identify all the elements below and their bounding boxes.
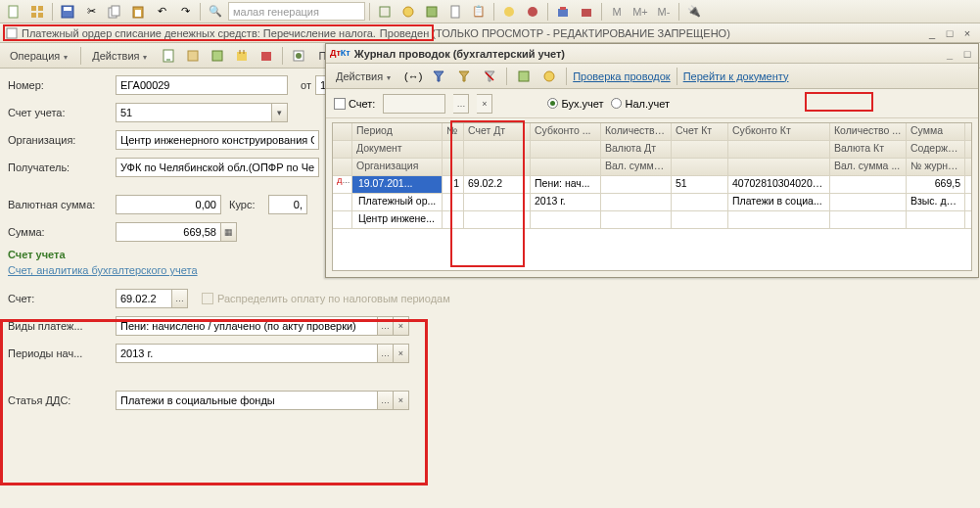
mb-ic5[interactable] bbox=[256, 46, 277, 66]
nal-radio[interactable]: Нал.учет bbox=[611, 98, 670, 110]
account-filter-ellipsis-icon[interactable]: … bbox=[453, 94, 469, 114]
grid-header-row-1: Период № Счет Дт Субконто ... Количество… bbox=[333, 123, 971, 141]
svg-point-29 bbox=[544, 71, 554, 81]
paytypes-ellipsis-icon[interactable]: … bbox=[378, 316, 394, 336]
buh-radio[interactable]: Бух.учет bbox=[547, 98, 603, 110]
tb-search-input[interactable] bbox=[228, 2, 365, 21]
svg-point-16 bbox=[528, 7, 537, 17]
tb-4-icon[interactable] bbox=[26, 2, 48, 22]
svg-rect-20 bbox=[7, 28, 17, 38]
acct-ellipsis-icon[interactable]: … bbox=[172, 289, 188, 308]
sum-calc-icon[interactable]: ▦ bbox=[221, 222, 237, 242]
tb-ic3[interactable] bbox=[421, 2, 443, 22]
svg-rect-25 bbox=[261, 52, 271, 61]
tb-save-icon[interactable] bbox=[57, 2, 78, 22]
minimize-icon[interactable]: _ bbox=[925, 27, 939, 39]
journal-actions[interactable]: Действия bbox=[330, 69, 398, 84]
grid-data-row-3[interactable]: Центр инжене... bbox=[333, 211, 971, 229]
menu-operation[interactable]: Операция bbox=[4, 48, 75, 64]
mb-ic4[interactable] bbox=[231, 46, 253, 66]
checkbox-icon bbox=[202, 293, 213, 304]
tb-cut-icon[interactable]: ✂ bbox=[80, 2, 102, 22]
rate-input[interactable] bbox=[268, 195, 307, 214]
tb-ic5[interactable]: 📋 bbox=[468, 2, 490, 22]
number-input[interactable] bbox=[116, 75, 288, 95]
dds-clear-icon[interactable]: × bbox=[394, 391, 409, 410]
journal-filter-bar: Счет: … × Бух.учет Нал.учет bbox=[326, 89, 978, 118]
maximize-icon[interactable]: □ bbox=[943, 27, 957, 39]
svg-rect-2 bbox=[38, 6, 43, 11]
periods-clear-icon[interactable]: × bbox=[394, 344, 409, 363]
svg-rect-11 bbox=[380, 7, 390, 17]
grid-data-row-1[interactable]: ДтКт 19.07.201... 1 69.02.2 Пени: нач...… bbox=[333, 176, 971, 194]
mb-ic3[interactable] bbox=[207, 46, 228, 66]
svg-rect-3 bbox=[31, 13, 36, 18]
account-label: Счет учета: bbox=[8, 107, 116, 118]
tb-ic6[interactable] bbox=[498, 2, 520, 22]
tb-ic7[interactable] bbox=[522, 2, 543, 22]
journal-check-link[interactable]: Проверка проводок bbox=[573, 70, 670, 82]
jtb-filter-icon[interactable] bbox=[428, 67, 449, 86]
close-icon[interactable]: × bbox=[960, 27, 974, 39]
org-input[interactable] bbox=[116, 130, 319, 150]
dds-input[interactable] bbox=[116, 391, 378, 410]
svg-rect-23 bbox=[212, 51, 222, 61]
currency-sum-input[interactable] bbox=[116, 195, 221, 214]
account-filter-clear-icon[interactable]: × bbox=[477, 94, 492, 114]
tb-m2[interactable]: M+ bbox=[630, 2, 651, 22]
account-filter-checkbox[interactable]: Счет: bbox=[334, 98, 375, 110]
recipient-input[interactable] bbox=[116, 158, 319, 177]
tb-redo-icon[interactable]: ↷ bbox=[174, 2, 196, 22]
doc-status-text: Проведен (ТОЛЬКО ПРОСМОТР - РЕДАКТИРОВАН… bbox=[380, 27, 730, 39]
acct-input[interactable] bbox=[116, 289, 172, 308]
jtb-filter2-icon[interactable] bbox=[453, 67, 475, 86]
tb-ic4[interactable] bbox=[444, 2, 466, 22]
tb-ic2[interactable] bbox=[397, 2, 419, 22]
paytypes-input[interactable] bbox=[116, 316, 378, 336]
journal-toolbar: Действия (↔) Проверка проводок Перейти к… bbox=[326, 64, 978, 89]
journal-grid[interactable]: Период № Счет Дт Субконто ... Количество… bbox=[332, 122, 972, 271]
tb-search-icon[interactable]: 🔍 bbox=[205, 2, 226, 22]
tb-copy-icon[interactable] bbox=[104, 2, 125, 22]
tb-m1[interactable]: M bbox=[606, 2, 628, 22]
svg-rect-4 bbox=[38, 13, 43, 18]
menu-actions[interactable]: Действия bbox=[86, 48, 155, 64]
svg-rect-13 bbox=[427, 7, 437, 17]
account-filter-input[interactable] bbox=[383, 94, 445, 114]
journal-goto-doc-link[interactable]: Перейти к документу bbox=[683, 70, 789, 82]
mb-ic1[interactable] bbox=[158, 46, 179, 66]
jtb-ic1[interactable] bbox=[513, 67, 535, 86]
tb-ic10[interactable]: 🔌 bbox=[683, 2, 705, 22]
jtb-expand-icon[interactable]: (↔) bbox=[402, 67, 424, 86]
svg-point-12 bbox=[403, 7, 413, 17]
tb-ic8[interactable] bbox=[552, 2, 574, 22]
sum-input[interactable] bbox=[116, 222, 221, 242]
mb-ic6[interactable] bbox=[288, 46, 309, 66]
account-dropdown-icon[interactable]: ▾ bbox=[272, 103, 288, 122]
tb-ic9[interactable] bbox=[576, 2, 597, 22]
jtb-filter-off-icon[interactable] bbox=[479, 67, 500, 86]
tb-undo-icon[interactable]: ↶ bbox=[151, 2, 172, 22]
mb-ic2[interactable] bbox=[182, 46, 204, 66]
dds-label: Статья ДДС: bbox=[8, 394, 116, 406]
org-label: Организация: bbox=[8, 134, 116, 146]
paytypes-clear-icon[interactable]: × bbox=[394, 316, 409, 336]
tb-m3[interactable]: M- bbox=[653, 2, 675, 22]
svg-point-27 bbox=[296, 53, 302, 59]
tb-new-icon[interactable] bbox=[3, 2, 24, 22]
journal-maximize-icon[interactable]: □ bbox=[960, 48, 974, 60]
periods-input[interactable] bbox=[116, 344, 378, 363]
jtb-ic2[interactable] bbox=[538, 67, 560, 86]
journal-minimize-icon[interactable]: _ bbox=[943, 48, 957, 60]
tb-paste-icon[interactable] bbox=[127, 2, 149, 22]
dds-ellipsis-icon[interactable]: … bbox=[378, 391, 394, 410]
svg-rect-22 bbox=[188, 51, 198, 61]
tb-ic1[interactable] bbox=[374, 2, 396, 22]
doc-title-text: Платежный ордер списание денежных средст… bbox=[22, 27, 376, 39]
currency-sum-label: Валютная сумма: bbox=[8, 199, 116, 210]
account-input[interactable] bbox=[116, 103, 272, 122]
periods-ellipsis-icon[interactable]: … bbox=[378, 344, 394, 363]
svg-rect-10 bbox=[135, 10, 141, 17]
acct-label: Счет: bbox=[8, 293, 116, 304]
grid-data-row-2[interactable]: Платежный ор... 2013 г. Платежи в социа.… bbox=[333, 194, 971, 211]
